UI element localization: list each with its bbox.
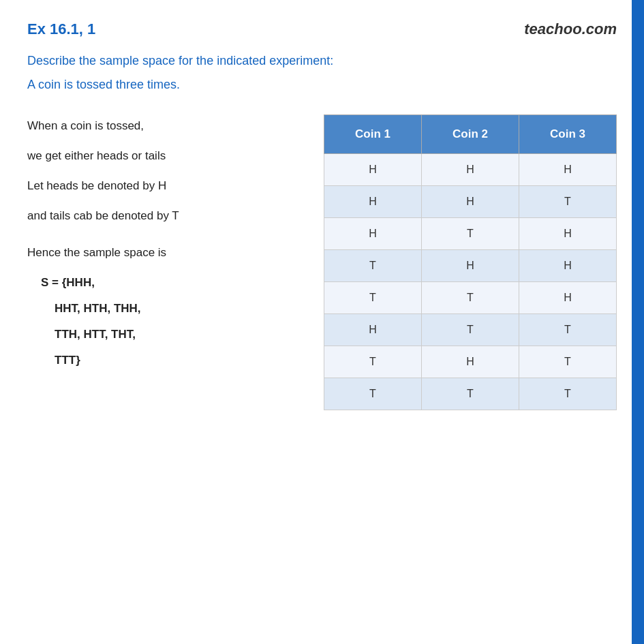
- sample-line1: S = {HHH,: [41, 271, 303, 294]
- cell-r0-c1: H: [422, 154, 519, 186]
- cell-r1-c2: T: [519, 186, 617, 218]
- table-row: HTH: [324, 218, 617, 250]
- explanation-line4: and tails cab be denoted by T: [27, 204, 303, 228]
- table-body: HHHHHTHTHTHHTTHHTTTHTTTT: [324, 154, 617, 410]
- right-bar: [632, 0, 644, 644]
- table-header-row: Coin 1 Coin 2 Coin 3: [324, 115, 617, 154]
- explanation-line2: we get either heads or tails: [27, 144, 303, 168]
- col-header-coin2: Coin 2: [422, 115, 519, 154]
- cell-r7-c2: T: [519, 378, 617, 410]
- col-header-coin3: Coin 3: [519, 115, 617, 154]
- sample-space: Hence the sample space is S = {HHH, HHT,…: [27, 241, 303, 372]
- explanation-line5: Hence the sample space is: [27, 241, 303, 264]
- brand-title: teachoo.com: [524, 20, 617, 38]
- question-line2: A coin is tossed three times.: [27, 76, 617, 94]
- cell-r4-c2: H: [519, 282, 617, 314]
- header-row: Ex 16.1, 1 teachoo.com: [27, 20, 617, 38]
- cell-r6-c1: H: [422, 346, 519, 378]
- cell-r2-c2: H: [519, 218, 617, 250]
- explanation-line3: Let heads be denoted by H: [27, 174, 303, 198]
- cell-r0-c2: H: [519, 154, 617, 186]
- cell-r3-c1: H: [422, 250, 519, 282]
- cell-r2-c0: H: [324, 218, 422, 250]
- table-row: TTT: [324, 378, 617, 410]
- cell-r5-c1: T: [422, 314, 519, 346]
- left-text: When a coin is tossed, we get either hea…: [27, 114, 303, 375]
- sample-line4: TTT}: [55, 349, 303, 372]
- cell-r2-c1: T: [422, 218, 519, 250]
- sample-line3: TTH, HTT, THT,: [55, 323, 303, 346]
- cell-r1-c0: H: [324, 186, 422, 218]
- table-row: TTH: [324, 282, 617, 314]
- cell-r7-c1: T: [422, 378, 519, 410]
- table-row: HHH: [324, 154, 617, 186]
- cell-r6-c2: T: [519, 346, 617, 378]
- cell-r5-c0: H: [324, 314, 422, 346]
- cell-r6-c0: T: [324, 346, 422, 378]
- table-row: THT: [324, 346, 617, 378]
- cell-r3-c0: T: [324, 250, 422, 282]
- cell-r5-c2: T: [519, 314, 617, 346]
- coin-table-container: Coin 1 Coin 2 Coin 3 HHHHHTHTHTHHTTHHTTT…: [324, 114, 617, 410]
- cell-r4-c0: T: [324, 282, 422, 314]
- coin-table: Coin 1 Coin 2 Coin 3 HHHHHTHTHTHHTTHHTTT…: [324, 114, 617, 410]
- table-row: THH: [324, 250, 617, 282]
- table-row: HHT: [324, 186, 617, 218]
- cell-r0-c0: H: [324, 154, 422, 186]
- col-header-coin1: Coin 1: [324, 115, 422, 154]
- sample-line2: HHT, HTH, THH,: [55, 297, 303, 320]
- content-area: When a coin is tossed, we get either hea…: [27, 114, 617, 410]
- page-container: Ex 16.1, 1 teachoo.com Describe the samp…: [0, 0, 644, 644]
- exercise-title: Ex 16.1, 1: [27, 20, 95, 38]
- cell-r4-c1: T: [422, 282, 519, 314]
- question-line1: Describe the sample space for the indica…: [27, 52, 617, 70]
- cell-r1-c1: H: [422, 186, 519, 218]
- explanation-line1: When a coin is tossed,: [27, 114, 303, 138]
- table-row: HTT: [324, 314, 617, 346]
- cell-r3-c2: H: [519, 250, 617, 282]
- cell-r7-c0: T: [324, 378, 422, 410]
